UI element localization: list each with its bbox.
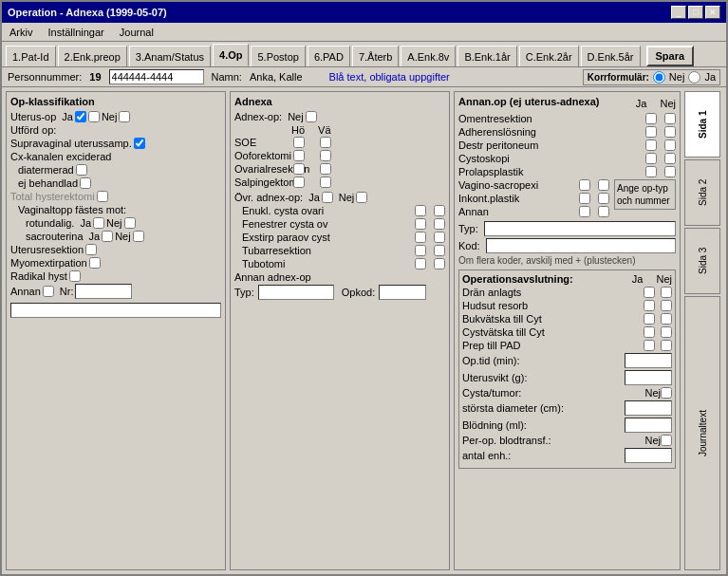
- salpingektomi-ho-checkbox[interactable]: [293, 177, 305, 188]
- tab-aterb[interactable]: 7.Återb: [352, 46, 399, 66]
- menu-journal[interactable]: Journal: [116, 26, 158, 39]
- ovarialresektion-ho-checkbox[interactable]: [293, 163, 305, 175]
- vagino-sacropexi-ja-checkbox[interactable]: [579, 179, 590, 191]
- uterus-op-ja-checkbox[interactable]: [75, 111, 86, 122]
- tab-pad[interactable]: 6.PAD: [308, 46, 350, 66]
- tab-postop[interactable]: 5.Postop: [251, 46, 305, 66]
- supravaginal-checkbox[interactable]: [134, 138, 145, 149]
- exstirp-ho-checkbox[interactable]: [415, 232, 426, 243]
- ovr-ja-checkbox[interactable]: [322, 192, 333, 203]
- destr-peritoneum-nej-checkbox[interactable]: [664, 139, 676, 151]
- uterus-op-ja2-checkbox[interactable]: [88, 111, 100, 122]
- side-tab-sida3[interactable]: Sida 3: [684, 228, 720, 294]
- hudsut-ja-checkbox[interactable]: [644, 300, 655, 311]
- soe-ho-checkbox[interactable]: [293, 137, 305, 148]
- uterusvikt-input[interactable]: [625, 370, 672, 385]
- fenestrer-ho-checkbox[interactable]: [415, 218, 426, 230]
- bukvatska-ja-checkbox[interactable]: [644, 313, 655, 325]
- myomextirpation-checkbox[interactable]: [89, 257, 101, 269]
- menu-installningar[interactable]: Inställningar: [44, 26, 107, 39]
- mid-typ-input[interactable]: [258, 285, 334, 300]
- antal-enh-input[interactable]: [625, 448, 672, 463]
- prep-pad-ja-checkbox[interactable]: [644, 340, 655, 351]
- save-button[interactable]: Spara: [646, 46, 695, 66]
- enukl-cysta-va-checkbox[interactable]: [434, 205, 445, 216]
- korr-ja-radio[interactable]: [688, 71, 700, 84]
- cysta-nej-checkbox[interactable]: [661, 387, 672, 399]
- tab-enk-5ar[interactable]: D.Enk.5år: [581, 46, 641, 66]
- cx-ej-behandlad-checkbox[interactable]: [80, 177, 91, 189]
- tab-enk-8v[interactable]: A.Enk.8v: [401, 46, 456, 66]
- tab-enk-preop[interactable]: 2.Enk.preop: [58, 46, 127, 66]
- cystoskopi-ja-checkbox[interactable]: [645, 153, 657, 164]
- enukl-cysta-ho-checkbox[interactable]: [415, 205, 426, 216]
- annan-right-nej-checkbox[interactable]: [598, 206, 609, 217]
- fenestrer-va-checkbox[interactable]: [434, 218, 445, 230]
- ooforektomi-va-checkbox[interactable]: [320, 150, 331, 161]
- omentresektion-ja-checkbox[interactable]: [645, 113, 657, 124]
- menu-arkiv[interactable]: Arkiv: [6, 26, 36, 39]
- maximize-button[interactable]: □: [688, 6, 703, 19]
- adnex-op-nej-checkbox[interactable]: [306, 111, 317, 122]
- soe-va-checkbox[interactable]: [320, 137, 331, 148]
- inkont-plastik-nej-checkbox[interactable]: [598, 193, 609, 204]
- ooforektomi-ho-checkbox[interactable]: [293, 150, 305, 161]
- opkod-input[interactable]: [379, 285, 426, 300]
- left-bottom-input[interactable]: [10, 303, 221, 318]
- adherenslossning-nej-checkbox[interactable]: [664, 126, 676, 138]
- side-tab-sida2[interactable]: Sida 2: [684, 159, 720, 226]
- tab-op[interactable]: 4.Op: [213, 44, 249, 66]
- tab-pat-id[interactable]: 1.Pat-Id: [6, 46, 56, 66]
- cystvatska-ja-checkbox[interactable]: [644, 326, 655, 338]
- cystvatska-nej-checkbox[interactable]: [661, 326, 672, 338]
- uterus-op-nej-checkbox[interactable]: [119, 111, 130, 122]
- total-hyst-checkbox[interactable]: [97, 191, 108, 202]
- korr-nej-radio[interactable]: [653, 71, 665, 84]
- inkont-plastik-ja-checkbox[interactable]: [579, 193, 590, 204]
- side-tab-sida1[interactable]: Sida 1: [684, 91, 720, 158]
- dran-ja-checkbox[interactable]: [644, 287, 655, 298]
- prep-pad-nej-checkbox[interactable]: [661, 340, 672, 351]
- personnummer-input[interactable]: [109, 69, 204, 84]
- rotundalig-nej-checkbox[interactable]: [124, 217, 136, 229]
- cystoskopi-nej-checkbox[interactable]: [664, 153, 676, 164]
- destr-peritoneum-ja-checkbox[interactable]: [645, 139, 657, 151]
- radikal-hyst-checkbox[interactable]: [69, 270, 81, 282]
- side-tab-journaltext[interactable]: Journaltext: [684, 296, 720, 570]
- dran-nej-checkbox[interactable]: [661, 287, 672, 298]
- storsta-diameter-input[interactable]: [625, 400, 672, 416]
- nr-input[interactable]: [75, 284, 132, 299]
- right-kod-input[interactable]: [486, 238, 676, 253]
- tubarresektion-va-checkbox[interactable]: [434, 245, 445, 256]
- prolapsplastik-ja-checkbox[interactable]: [645, 166, 657, 177]
- sacrouterina-ja-checkbox[interactable]: [102, 231, 113, 242]
- annan-checkbox[interactable]: [43, 286, 54, 297]
- minimize-button[interactable]: _: [671, 6, 686, 19]
- per-op-nej-checkbox[interactable]: [661, 435, 672, 446]
- tubotomi-va-checkbox[interactable]: [434, 258, 445, 269]
- omentresektion-nej-checkbox[interactable]: [664, 113, 676, 124]
- uterusresektion-checkbox[interactable]: [85, 244, 97, 255]
- blodning-input[interactable]: [625, 418, 672, 433]
- annan-right-ja-checkbox[interactable]: [579, 206, 590, 217]
- bukvatska-nej-checkbox[interactable]: [661, 313, 672, 325]
- tubotomi-ho-checkbox[interactable]: [415, 258, 426, 269]
- ovr-nej-checkbox[interactable]: [356, 192, 367, 203]
- optid-input[interactable]: [625, 353, 672, 368]
- hudsut-nej-checkbox[interactable]: [661, 300, 672, 311]
- sacrouterina-nej-checkbox[interactable]: [133, 231, 144, 242]
- tubarresektion-ho-checkbox[interactable]: [415, 245, 426, 256]
- vagino-sacropexi-nej-checkbox[interactable]: [598, 179, 609, 191]
- rotundalig-ja-checkbox[interactable]: [93, 217, 104, 229]
- tab-enk-1ar[interactable]: B.Enk.1år: [457, 46, 516, 66]
- right-typ-input[interactable]: [484, 221, 676, 236]
- cx-diatermerad-checkbox[interactable]: [76, 164, 87, 176]
- close-button[interactable]: ✕: [705, 6, 720, 19]
- exstirp-va-checkbox[interactable]: [434, 232, 445, 243]
- ovarialresektion-va-checkbox[interactable]: [320, 163, 331, 175]
- tab-enk-2ar[interactable]: C.Enk.2år: [519, 46, 579, 66]
- adherenslossning-ja-checkbox[interactable]: [645, 126, 657, 138]
- prolapsplastik-nej-checkbox[interactable]: [664, 166, 676, 177]
- salpingektomi-va-checkbox[interactable]: [320, 177, 331, 188]
- tab-anam-status[interactable]: 3.Anam/Status: [129, 46, 211, 66]
